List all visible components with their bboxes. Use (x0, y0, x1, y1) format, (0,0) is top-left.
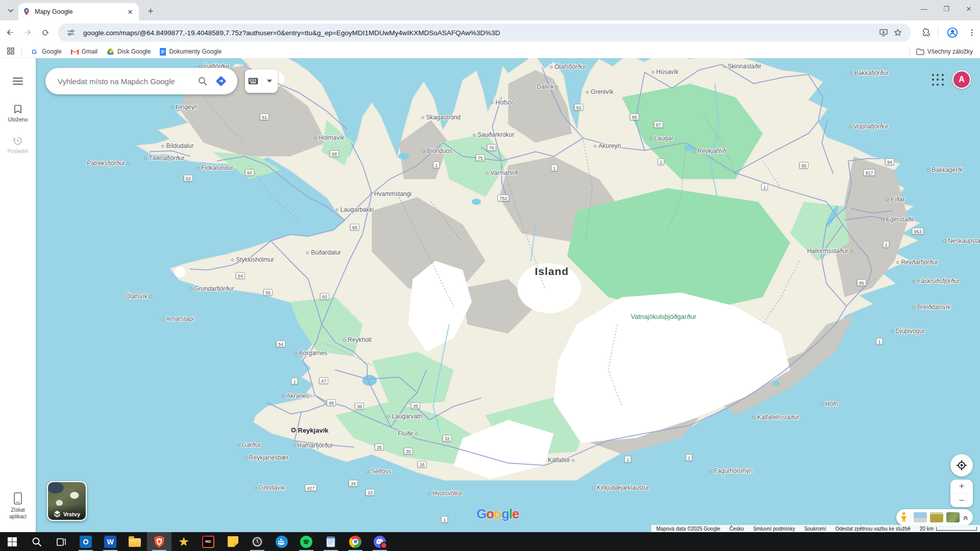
imagery-thumbnail-3[interactable] (946, 512, 960, 522)
map-attribution: Mapová data ©2025 Google Česko Smluvní p… (651, 525, 980, 532)
maps-search-box[interactable] (45, 68, 237, 94)
screen: Mapy Google ✕ + — ❐ ✕ google.com/maps/@6… (0, 0, 980, 551)
taskbar-search[interactable] (24, 532, 49, 551)
route-shield: 1 (551, 165, 557, 171)
tab-search-chevron-icon[interactable] (4, 4, 17, 17)
attrib-country[interactable]: Česko (729, 526, 744, 532)
route-shield: 30 (404, 448, 413, 455)
taskbar-spotify[interactable] (294, 532, 318, 551)
search-input[interactable] (57, 77, 193, 86)
browser-toolbar: google.com/maps/@64.8499877,-19.4048589,… (0, 20, 980, 45)
route-shield: 1 (761, 184, 768, 190)
sidebar-item-saved[interactable]: Uloženo (8, 104, 28, 122)
maps-sidebar: Uloženo Poslední Získataplikaci (0, 58, 36, 532)
site-settings-icon[interactable] (64, 26, 78, 40)
menu-dots-icon[interactable] (964, 24, 980, 41)
back-button[interactable] (3, 24, 17, 41)
route-shield: 47 (319, 378, 328, 384)
route-shield: 32 (443, 435, 452, 442)
gmail-icon (71, 48, 79, 55)
collapse-chevron-icon[interactable] (963, 514, 969, 520)
route-shield: 1 (291, 378, 298, 385)
route-shield: 35 (375, 444, 384, 450)
taskbar-docker[interactable] (270, 532, 294, 551)
pegman-icon[interactable] (900, 512, 907, 523)
map-canvas[interactable]: ÍsafjörðurÞingeyriHólmavíkBíldudalurTálk… (0, 58, 980, 532)
all-bookmarks[interactable]: Všechny záložky (910, 47, 973, 56)
folder-icon (916, 48, 924, 55)
zoom-out-button[interactable]: − (950, 494, 973, 508)
restore-button[interactable]: ❐ (935, 0, 958, 17)
zoom-in-button[interactable]: + (950, 480, 973, 493)
history-icon (13, 136, 23, 146)
route-shield: 85 (799, 162, 808, 169)
browser-tab[interactable]: Mapy Google ✕ (18, 3, 139, 20)
route-shield: 75 (476, 155, 485, 161)
bookmark-icon (13, 104, 23, 114)
window-controls: — ❐ ✕ (913, 0, 980, 17)
install-app-icon[interactable] (876, 26, 891, 40)
route-shield: 917 (863, 169, 875, 176)
apps-shortcut-icon[interactable] (7, 47, 14, 56)
taskbar-sticky-notes[interactable] (220, 532, 245, 551)
minimize-button[interactable]: — (913, 0, 935, 17)
bookmark-google[interactable]: G Google (31, 46, 62, 57)
imagery-thumbnail-2[interactable] (930, 512, 943, 522)
new-tab-button[interactable]: + (144, 5, 157, 18)
taskbar-file-explorer[interactable] (122, 532, 147, 551)
close-button[interactable]: ✕ (958, 0, 980, 17)
route-shield: 33 (365, 489, 375, 496)
route-shield: 427 (305, 485, 316, 491)
route-shield: 36 (355, 403, 364, 410)
taskbar-outlook[interactable]: O (74, 532, 98, 551)
attrib-feedback[interactable]: Odeslat zpětnou vazbu ke službě (835, 526, 910, 532)
menu-hamburger-icon[interactable] (13, 76, 23, 87)
taskbar-chrome[interactable] (343, 532, 368, 551)
bookmark-star-icon[interactable] (891, 26, 905, 40)
account-avatar[interactable]: A (952, 70, 971, 89)
route-shield: 54 (276, 341, 285, 347)
taskbar-discord[interactable] (368, 532, 392, 551)
omnibox[interactable]: google.com/maps/@64.8499877,-19.4048589,… (58, 23, 911, 42)
layers-card[interactable]: Vrstvy (47, 481, 87, 521)
directions-icon[interactable] (212, 72, 230, 90)
bookmark-docs[interactable]: Dokumenty Google (160, 46, 222, 57)
streetview-bar (896, 509, 973, 525)
bookmarks-separator (21, 47, 22, 56)
taskbar-task-view[interactable] (49, 532, 74, 551)
sidebar-item-recent[interactable]: Poslední (8, 136, 29, 154)
route-shield: 62 (184, 175, 193, 182)
imagery-thumbnail-1[interactable] (914, 512, 927, 522)
sidebar-item-get-app[interactable]: Získataplikaci (0, 492, 36, 520)
route-shield: 76 (487, 144, 496, 151)
route-shield: 61 (260, 114, 269, 120)
taskbar-brave[interactable] (147, 532, 172, 551)
route-shield: 85 (630, 114, 639, 120)
tab-close-icon[interactable]: ✕ (126, 7, 135, 16)
extensions-icon[interactable] (918, 24, 935, 41)
my-location-button[interactable] (950, 454, 973, 477)
search-icon[interactable] (193, 72, 212, 90)
input-tools-dropdown-icon[interactable] (262, 69, 278, 93)
forward-button[interactable] (20, 24, 35, 41)
taskbar-clock-app[interactable] (245, 532, 270, 551)
zoom-controls: + − (950, 480, 973, 507)
attrib-terms[interactable]: Smluvní podmínky (753, 526, 795, 532)
attrib-map-data: Mapová data ©2025 Google (656, 526, 720, 532)
taskbar-word[interactable]: W (98, 532, 122, 551)
profile-avatar-icon[interactable] (944, 24, 961, 41)
google-apps-grid-icon[interactable] (932, 73, 945, 87)
route-shield: 1 (685, 455, 692, 461)
taskbar-rider[interactable]: RD (196, 532, 220, 551)
keyboard-icon[interactable] (245, 69, 261, 93)
input-tools-button[interactable] (245, 69, 278, 93)
taskbar-start[interactable] (0, 532, 24, 551)
attrib-privacy[interactable]: Soukromí (804, 526, 826, 532)
url-text[interactable]: google.com/maps/@64.8499877,-19.4048589,… (83, 29, 876, 37)
taskbar-favorites[interactable]: ★ (172, 532, 196, 551)
reload-button[interactable] (38, 24, 53, 41)
bookmark-drive[interactable]: Disk Google (107, 46, 151, 57)
route-shield: 752 (497, 195, 509, 202)
bookmark-gmail[interactable]: Gmail (71, 46, 97, 57)
taskbar-notepad[interactable] (318, 532, 343, 551)
